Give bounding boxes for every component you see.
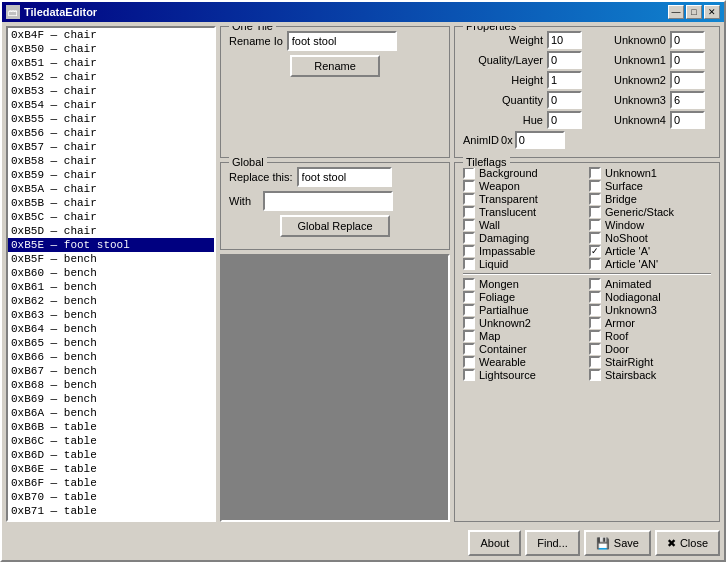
checkbox[interactable] (463, 232, 475, 244)
checkbox[interactable] (463, 317, 475, 329)
checkbox[interactable] (463, 180, 475, 192)
prop-input[interactable] (547, 111, 582, 129)
checkbox[interactable] (463, 258, 475, 270)
checkbox[interactable] (589, 317, 601, 329)
list-item[interactable]: 0xB72 — table (8, 518, 214, 522)
checkbox[interactable] (463, 167, 475, 179)
list-item[interactable]: 0xB63 — bench (8, 308, 214, 322)
list-item[interactable]: 0xB51 — chair (8, 56, 214, 70)
list-item[interactable]: 0xB5E — foot stool (8, 238, 214, 252)
checkbox[interactable] (463, 343, 475, 355)
list-item[interactable]: 0xB62 — bench (8, 294, 214, 308)
checkbox[interactable] (589, 278, 601, 290)
find-button[interactable]: Find... (525, 530, 580, 556)
checkbox[interactable] (463, 356, 475, 368)
list-item[interactable]: 0xB60 — bench (8, 266, 214, 280)
global-replace-button[interactable]: Global Replace (280, 215, 390, 237)
flag-label: Foliage (479, 291, 515, 303)
checkbox[interactable] (463, 206, 475, 218)
flag-item: Lightsource (463, 369, 585, 381)
prop-input[interactable] (547, 71, 582, 89)
list-item[interactable]: 0xB5B — chair (8, 196, 214, 210)
list-item[interactable]: 0xB61 — bench (8, 280, 214, 294)
list-item[interactable]: 0xB6D — table (8, 448, 214, 462)
checkbox[interactable] (589, 258, 601, 270)
checkbox[interactable] (589, 330, 601, 342)
list-item[interactable]: 0xB67 — bench (8, 364, 214, 378)
prop-input[interactable] (670, 31, 705, 49)
list-item[interactable]: 0xB71 — table (8, 504, 214, 518)
list-item[interactable]: 0xB66 — bench (8, 350, 214, 364)
prop-input[interactable] (670, 51, 705, 69)
checkbox[interactable] (463, 330, 475, 342)
about-button[interactable]: About (468, 530, 521, 556)
animid-input[interactable] (515, 131, 565, 149)
list-item[interactable]: 0xB55 — chair (8, 112, 214, 126)
checkbox[interactable] (589, 291, 601, 303)
checkbox[interactable] (589, 232, 601, 244)
prop-input[interactable] (670, 91, 705, 109)
checkbox[interactable] (589, 343, 601, 355)
flag-item: Partialhue (463, 304, 585, 316)
list-item[interactable]: 0xB59 — chair (8, 168, 214, 182)
list-item[interactable]: 0xB6C — table (8, 434, 214, 448)
prop-input[interactable] (547, 51, 582, 69)
list-item[interactable]: 0xB52 — chair (8, 70, 214, 84)
flag-item: Animated (589, 278, 711, 290)
checkbox[interactable] (589, 356, 601, 368)
list-item[interactable]: 0xB50 — chair (8, 42, 214, 56)
close-button[interactable]: ✕ (704, 5, 720, 19)
list-item[interactable]: 0xB5A — chair (8, 182, 214, 196)
prop-input[interactable] (547, 31, 582, 49)
close-button-bottom[interactable]: ✖ Close (655, 530, 720, 556)
list-item[interactable]: 0xB65 — bench (8, 336, 214, 350)
checkbox[interactable] (589, 304, 601, 316)
checkbox[interactable] (589, 245, 601, 257)
checkbox[interactable] (463, 193, 475, 205)
maximize-button[interactable]: □ (686, 5, 702, 19)
list-item[interactable]: 0xB56 — chair (8, 126, 214, 140)
list-item[interactable]: 0xB5C — chair (8, 210, 214, 224)
list-item[interactable]: 0xB57 — chair (8, 140, 214, 154)
checkbox[interactable] (463, 291, 475, 303)
checkbox[interactable] (589, 180, 601, 192)
rename-button[interactable]: Rename (290, 55, 380, 77)
list-item[interactable]: 0xB6B — table (8, 420, 214, 434)
list-item[interactable]: 0xB54 — chair (8, 98, 214, 112)
checkbox[interactable] (589, 206, 601, 218)
list-item[interactable]: 0xB58 — chair (8, 154, 214, 168)
minimize-button[interactable]: — (668, 5, 684, 19)
flag-label: Mongen (479, 278, 519, 290)
checkbox[interactable] (463, 245, 475, 257)
checkbox[interactable] (463, 278, 475, 290)
prop-input[interactable] (670, 111, 705, 129)
flag-item: Background (463, 167, 585, 179)
flag-item: Container (463, 343, 585, 355)
checkbox[interactable] (463, 219, 475, 231)
with-input[interactable] (263, 191, 393, 211)
checkbox[interactable] (589, 369, 601, 381)
flag-item: Foliage (463, 291, 585, 303)
list-item[interactable]: 0xB68 — bench (8, 378, 214, 392)
checkbox[interactable] (589, 219, 601, 231)
list-item[interactable]: 0xB4F — chair (8, 28, 214, 42)
list-item[interactable]: 0xB5F — bench (8, 252, 214, 266)
checkbox[interactable] (589, 193, 601, 205)
list-item[interactable]: 0xB6E — table (8, 462, 214, 476)
replace-input[interactable] (297, 167, 392, 187)
save-button[interactable]: 💾 Save (584, 530, 651, 556)
rename-input[interactable] (287, 31, 397, 51)
prop-input[interactable] (670, 71, 705, 89)
prop-input[interactable] (547, 91, 582, 109)
list-item[interactable]: 0xB69 — bench (8, 392, 214, 406)
checkbox[interactable] (589, 167, 601, 179)
checkbox[interactable] (463, 369, 475, 381)
list-item[interactable]: 0xB6A — bench (8, 406, 214, 420)
list-item[interactable]: 0xB53 — chair (8, 84, 214, 98)
list-item[interactable]: 0xB64 — bench (8, 322, 214, 336)
checkbox[interactable] (463, 304, 475, 316)
list-item[interactable]: 0xB5D — chair (8, 224, 214, 238)
item-listbox[interactable]: 0xB4F — chair0xB50 — chair0xB51 — chair0… (6, 26, 216, 522)
list-item[interactable]: 0xB70 — table (8, 490, 214, 504)
list-item[interactable]: 0xB6F — table (8, 476, 214, 490)
